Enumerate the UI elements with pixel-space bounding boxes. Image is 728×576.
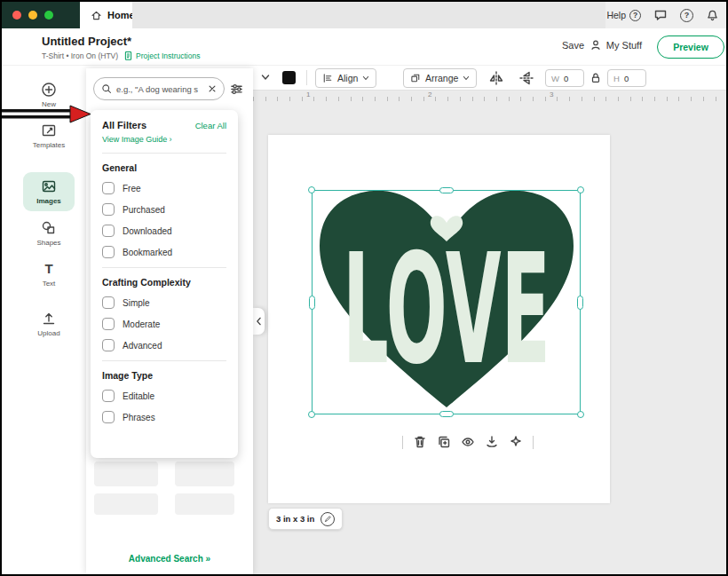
- filter-option-phrases[interactable]: Phrases: [102, 411, 226, 423]
- checkbox[interactable]: [102, 339, 115, 351]
- resize-handle-ne[interactable]: [577, 186, 584, 193]
- align-dropdown[interactable]: Align: [315, 68, 376, 88]
- window-controls: [2, 2, 80, 28]
- arrange-icon: [410, 73, 421, 83]
- resize-handle-s[interactable]: [439, 411, 454, 417]
- close-window-button[interactable]: [12, 11, 21, 20]
- search-text: e.g., "A dog wearing s: [116, 84, 203, 94]
- filter-option-editable[interactable]: Editable: [102, 390, 226, 402]
- width-value: 0: [564, 74, 568, 83]
- size-badge-label: 3 in x 3 in: [276, 514, 314, 524]
- resize-handle-w[interactable]: [309, 296, 315, 310]
- edit-size-button[interactable]: [320, 512, 335, 526]
- my-stuff-button[interactable]: My Stuff: [590, 39, 642, 51]
- sidebar-item-upload[interactable]: Upload: [23, 311, 75, 337]
- chevron-right-icon: ›: [169, 135, 171, 144]
- clear-search-icon[interactable]: [208, 84, 217, 93]
- action-divider: [533, 436, 534, 449]
- lock-icon[interactable]: [590, 72, 602, 84]
- filter-icon[interactable]: [230, 83, 243, 96]
- filter-option-bookmarked[interactable]: Bookmarked: [102, 246, 226, 258]
- preview-button[interactable]: Preview: [657, 36, 724, 59]
- sidebar-item-templates[interactable]: Templates: [23, 122, 75, 149]
- checkbox[interactable]: [102, 182, 115, 194]
- image-search-input[interactable]: e.g., "A dog wearing s: [93, 77, 225, 100]
- filter-option-advanced[interactable]: Advanced: [102, 339, 226, 351]
- view-image-guide-link[interactable]: View Image Guide ›: [102, 135, 226, 144]
- duplicate-icon[interactable]: [437, 435, 451, 449]
- flatten-icon[interactable]: [509, 435, 523, 449]
- selection-box[interactable]: [312, 190, 581, 414]
- clear-all-link[interactable]: Clear All: [195, 121, 226, 130]
- help-button[interactable]: Help ?: [606, 10, 641, 21]
- height-input[interactable]: H 0: [607, 69, 646, 87]
- divider: [102, 153, 226, 154]
- canvas-area[interactable]: 1 2 3 LOVE: [253, 91, 726, 574]
- left-sidebar: New Templates Images Shapes T Text Uploa…: [2, 66, 86, 574]
- help-icon: ?: [629, 10, 641, 21]
- chevron-down-icon: [362, 75, 369, 81]
- delete-icon[interactable]: [413, 435, 427, 449]
- question-icon[interactable]: ?: [680, 9, 693, 22]
- image-placeholder: [94, 493, 158, 515]
- checkbox[interactable]: [102, 318, 115, 330]
- chevron-left-icon: [256, 317, 262, 326]
- action-divider: [402, 436, 403, 449]
- checkbox[interactable]: [102, 246, 115, 258]
- hide-icon[interactable]: [461, 435, 475, 449]
- chevron-down-icon[interactable]: [261, 74, 270, 81]
- image-placeholder: [175, 462, 234, 486]
- project-header: Untitled Project* T-Shirt • Iron On (HTV…: [2, 28, 726, 66]
- resize-handle-se[interactable]: [577, 411, 584, 418]
- filter-option-downloaded[interactable]: Downloaded: [102, 225, 226, 237]
- ruler-number: 2: [428, 91, 431, 99]
- sidebar-item-label: Templates: [33, 141, 65, 149]
- project-instructions-link[interactable]: Project Instructions: [123, 51, 200, 60]
- minimize-window-button[interactable]: [28, 11, 37, 20]
- height-label: H: [613, 74, 620, 83]
- sidebar-item-images[interactable]: Images: [23, 172, 75, 211]
- text-icon: T: [44, 261, 52, 277]
- width-label: W: [551, 74, 559, 83]
- color-swatch[interactable]: [282, 71, 296, 84]
- image-placeholder: [175, 493, 234, 515]
- my-stuff-label: My Stuff: [606, 40, 642, 51]
- templates-icon: [41, 122, 57, 138]
- new-icon: [41, 82, 57, 98]
- pencil-icon: [324, 515, 332, 523]
- shapes-icon: [41, 220, 57, 236]
- filter-option-moderate[interactable]: Moderate: [102, 318, 226, 330]
- save-button[interactable]: Save: [562, 40, 584, 51]
- width-input[interactable]: W 0: [545, 69, 584, 87]
- size-badge[interactable]: 3 in x 3 in: [268, 508, 343, 530]
- filter-option-free[interactable]: Free: [102, 182, 226, 194]
- checkbox[interactable]: [102, 296, 115, 309]
- checkbox[interactable]: [102, 411, 115, 423]
- divider: [102, 267, 226, 268]
- horizontal-ruler: 1 2 3: [253, 91, 726, 101]
- checkbox[interactable]: [102, 225, 115, 237]
- bell-icon[interactable]: [706, 9, 719, 22]
- checkbox[interactable]: [102, 390, 115, 402]
- resize-handle-nw[interactable]: [308, 186, 315, 193]
- images-icon: [41, 178, 57, 194]
- filter-option-simple[interactable]: Simple: [102, 296, 226, 309]
- filter-option-purchased[interactable]: Purchased: [102, 203, 226, 216]
- maximize-window-button[interactable]: [44, 11, 53, 20]
- sidebar-item-shapes[interactable]: Shapes: [23, 220, 75, 247]
- height-value: 0: [624, 74, 629, 83]
- chat-icon[interactable]: [653, 8, 668, 22]
- sidebar-item-text[interactable]: T Text: [23, 261, 75, 288]
- arrange-dropdown[interactable]: Arrange: [403, 68, 477, 88]
- toolbar-divider: [306, 70, 307, 85]
- resize-handle-n[interactable]: [439, 187, 454, 193]
- flip-vertical-icon[interactable]: [518, 70, 534, 86]
- panel-collapse-button[interactable]: [253, 308, 265, 335]
- flip-horizontal-icon[interactable]: [488, 70, 504, 86]
- attach-icon[interactable]: [485, 435, 499, 449]
- checkbox[interactable]: [102, 203, 115, 216]
- resize-handle-e[interactable]: [577, 296, 583, 310]
- tab-home-label: Home: [107, 10, 135, 20]
- advanced-search-link[interactable]: Advanced Search »: [86, 554, 253, 564]
- resize-handle-sw[interactable]: [308, 411, 315, 418]
